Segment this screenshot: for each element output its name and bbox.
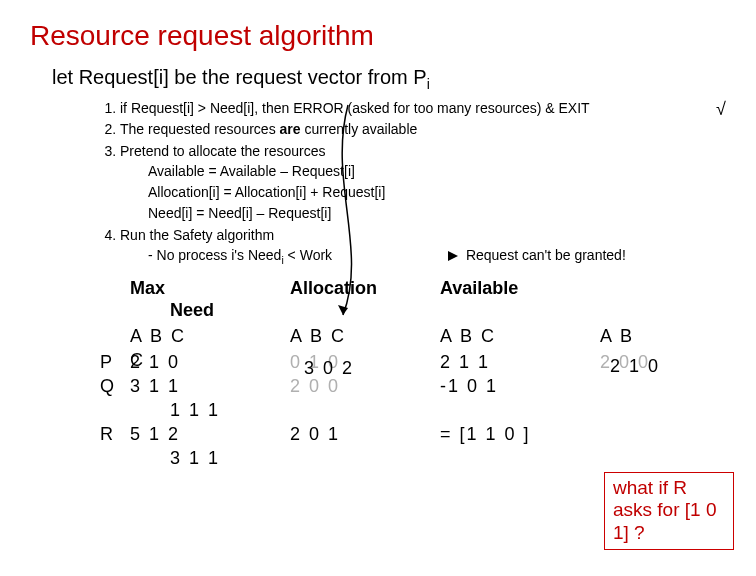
p-ab-new: 2 1 0 <box>610 356 660 377</box>
step-3-text: Pretend to allocate the resources <box>120 143 325 159</box>
step-4a-post: < Work <box>284 247 332 263</box>
table-row-p: P 2 1 0 0 1 0 3 0 2 2 1 1 2 0 0 2 1 0 <box>100 352 726 376</box>
step-3a: Available = Available – Request[i] <box>148 161 726 181</box>
resource-table: Max Need Allocation Available A B C A B … <box>100 278 726 472</box>
q-need: 1 1 1 <box>170 400 220 421</box>
slide-title: Resource request algorithm <box>30 20 726 52</box>
step-2: The requested resources are currently av… <box>120 119 726 139</box>
p-max: 2 1 0 <box>130 352 180 373</box>
q-avail: -1 0 1 <box>440 376 498 397</box>
r-max: 5 1 2 <box>130 424 180 445</box>
labels-ab: A B <box>600 326 634 347</box>
process-name: Q <box>100 376 116 397</box>
labels-max: A B C <box>130 326 186 347</box>
callout-question: what if R asks for [1 0 1] ? <box>604 472 734 550</box>
table-row-q: Q 3 1 1 2 0 0 -1 0 1 <box>100 376 726 400</box>
step-3-sublines: Available = Available – Request[i] Alloc… <box>148 161 726 224</box>
process-name: R <box>100 424 115 445</box>
r-avail: = [1 1 0 ] <box>440 424 531 445</box>
intro-text: let Request[i] be the request vector fro… <box>52 66 427 88</box>
step-2-bold: are <box>280 121 301 137</box>
process-name: P <box>100 352 114 373</box>
step-2-post: currently available <box>301 121 418 137</box>
step-4-result: Request can't be granted! <box>448 245 626 265</box>
arrow-right-icon <box>448 251 458 261</box>
labels-avail: A B C <box>440 326 496 347</box>
table-row-q-need: 1 1 1 <box>100 400 726 424</box>
step-3b: Allocation[i] = Allocation[i] + Request[… <box>148 182 726 202</box>
step-1: if Request[i] > Need[i], then ERROR (ask… <box>120 98 726 118</box>
q-alloc: 2 0 0 <box>290 376 340 397</box>
r-alloc: 2 0 1 <box>290 424 340 445</box>
step-3: Pretend to allocate the resources Availa… <box>120 141 726 224</box>
table-row-r-need: 3 1 1 <box>100 448 726 472</box>
algorithm-steps: if Request[i] > Need[i], then ERROR (ask… <box>120 98 726 268</box>
q-max: 3 1 1 <box>130 376 180 397</box>
r-need: 3 1 1 <box>170 448 220 469</box>
header-available: Available <box>440 278 518 299</box>
step-4-text: Run the Safety algorithm <box>120 227 274 243</box>
table-row-r: R 5 1 2 2 0 1 = [1 1 0 ] <box>100 424 726 448</box>
step-2-pre: The requested resources <box>120 121 280 137</box>
step-4: Run the Safety algorithm - No process i'… <box>120 225 726 268</box>
labels-alloc: A B C <box>290 326 346 347</box>
step-3c: Need[i] = Need[i] – Request[i] <box>148 203 726 223</box>
header-allocation: Allocation <box>290 278 377 299</box>
step-4-subline: - No process i's Needi < Work Request ca… <box>148 245 726 268</box>
intro-line: let Request[i] be the request vector fro… <box>52 66 726 92</box>
step-1-text: if Request[i] > Need[i], then ERROR (ask… <box>120 100 590 116</box>
header-max: Max <box>130 278 165 299</box>
step-4a-pre: - No process i's Need <box>148 247 281 263</box>
header-need: Need <box>170 300 214 321</box>
check-icon: √ <box>716 96 726 122</box>
result-text: Request can't be granted! <box>466 247 626 263</box>
intro-sub: i <box>427 76 430 92</box>
label-row: A B C A B C A B C A B <box>100 326 726 350</box>
p-avail: 2 1 1 <box>440 352 490 373</box>
